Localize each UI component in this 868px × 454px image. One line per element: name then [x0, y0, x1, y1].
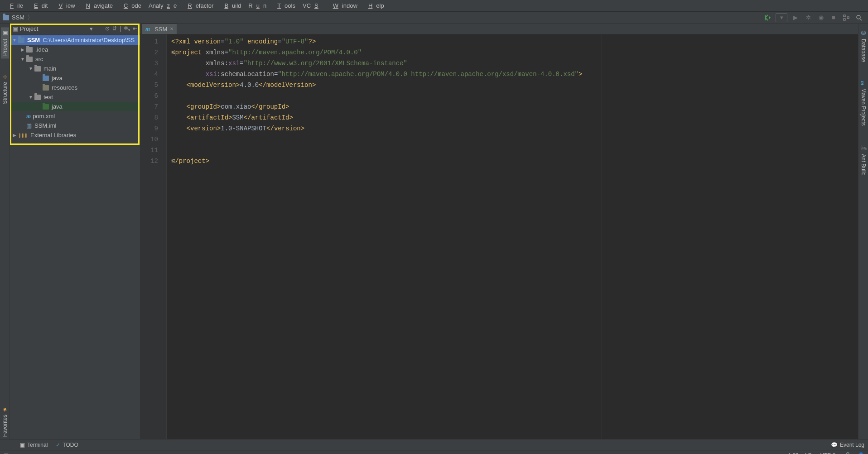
todo-icon: ✓: [56, 442, 60, 448]
separator: |: [120, 25, 121, 32]
run-button[interactable]: ▶: [791, 13, 800, 22]
project-view-icon: ▣: [13, 25, 18, 32]
maven-file-icon: m: [26, 113, 31, 120]
tree-label: test: [43, 94, 53, 100]
folder-icon: [34, 66, 41, 72]
tree-test[interactable]: ▼ test: [10, 92, 140, 102]
tree-root-path: C:\Users\Administrator\Desktop\SS: [43, 37, 135, 43]
menu-build[interactable]: Build: [217, 1, 245, 10]
menu-code[interactable]: Code: [116, 1, 145, 10]
debug-button[interactable]: ✲: [804, 13, 813, 22]
tree-label: pom.xml: [33, 113, 55, 119]
svg-rect-2: [847, 17, 849, 19]
project-tool-window: ▣ Project ▾ ⊙ ⇵ | ✲▾ ⇤ ▼ SSM C:\Users\Ad…: [10, 24, 140, 439]
tool-tab-maven[interactable]: m Maven Projects: [858, 78, 868, 128]
folder-icon: [26, 47, 33, 53]
editor-tab-ssm[interactable]: m SSM ×: [141, 24, 177, 34]
project-structure-button[interactable]: [842, 13, 851, 22]
tree-label: .idea: [35, 46, 48, 53]
menu-tools[interactable]: Tools: [270, 1, 299, 10]
editor-tabs: m SSM ×: [140, 24, 868, 34]
project-view-dropdown-icon[interactable]: ▾: [90, 25, 93, 32]
menu-view[interactable]: View: [51, 1, 78, 10]
menu-refactor[interactable]: Refactor: [180, 1, 217, 10]
coverage-button[interactable]: ◉: [816, 13, 825, 22]
close-tab-icon[interactable]: ×: [170, 26, 173, 32]
menu-help[interactable]: Help: [361, 1, 388, 10]
tree-pom[interactable]: m pom.xml: [10, 111, 140, 121]
tree-iml[interactable]: ▥ SSM.iml: [10, 121, 140, 130]
svg-rect-1: [844, 19, 845, 20]
settings-gear-icon[interactable]: ✲▾: [124, 25, 130, 32]
tree-resources[interactable]: resources: [10, 83, 140, 92]
terminal-icon: ▣: [20, 442, 25, 448]
menu-file[interactable]: File: [3, 1, 27, 10]
scroll-to-source-icon[interactable]: ⊙: [105, 25, 110, 32]
project-panel-header: ▣ Project ▾ ⊙ ⇵ | ✲▾ ⇤: [10, 24, 140, 34]
tree-main-java[interactable]: java: [10, 73, 140, 83]
event-log-button[interactable]: 💬Event Log: [831, 442, 864, 448]
svg-line-4: [860, 19, 862, 20]
tree-root[interactable]: ▼ SSM C:\Users\Administrator\Desktop\SS: [10, 35, 140, 45]
status-cursor-position[interactable]: 1:39: [788, 452, 799, 454]
right-tool-strip: ⛁ Database m Maven Projects 🐜 Ant Build: [858, 24, 868, 439]
tool-tab-terminal[interactable]: ▣Terminal: [20, 442, 48, 448]
bottom-tool-bar: ▣Terminal ✓TODO 💬Event Log: [0, 439, 868, 450]
tree-main[interactable]: ▼ main: [10, 64, 140, 73]
status-bar: ▣ 1:39 LF÷ UTF-8÷ 🔓 👤: [0, 450, 868, 454]
line-gutter: 123456789101112: [140, 34, 167, 439]
status-lock-icon[interactable]: 🔓: [844, 452, 851, 454]
breadcrumb-chevron-icon: 〉: [27, 14, 33, 22]
folder-icon: [34, 95, 41, 100]
tree-label: java: [52, 75, 63, 81]
status-tool-windows-icon[interactable]: ▣: [4, 452, 9, 454]
status-hector-icon[interactable]: 👤: [858, 452, 864, 454]
menu-vcs[interactable]: VCS: [299, 1, 326, 10]
tool-tab-structure[interactable]: Structure ⊹: [1, 72, 9, 107]
svg-rect-0: [844, 15, 845, 17]
navigation-bar: SSM 〉 ▾ ▶ ✲ ◉ ■: [0, 12, 868, 24]
tool-tab-todo[interactable]: ✓TODO: [56, 442, 78, 448]
run-config-dropdown[interactable]: ▾: [776, 13, 787, 22]
tree-label: SSM.iml: [34, 122, 56, 129]
right-margin-guide: [602, 34, 602, 439]
tree-label: java: [52, 103, 63, 110]
maven-file-icon: m: [145, 25, 150, 33]
library-icon: ⫿⫿⫿: [18, 132, 28, 139]
svg-point-3: [857, 15, 860, 19]
tree-label: src: [35, 56, 43, 62]
tree-test-java[interactable]: java: [10, 102, 140, 111]
project-tree[interactable]: ▼ SSM C:\Users\Administrator\Desktop\SS …: [10, 34, 140, 439]
menu-run[interactable]: Run: [245, 1, 270, 10]
code-content[interactable]: <?xml version="1.0" encoding="UTF-8"?> ⊟…: [167, 34, 868, 439]
code-editor[interactable]: 123456789101112 <?xml version="1.0" enco…: [140, 34, 868, 439]
folder-icon: [26, 57, 33, 62]
tool-tab-database[interactable]: ⛁ Database: [859, 27, 868, 65]
menu-edit[interactable]: Edit: [27, 1, 51, 10]
menu-navigate[interactable]: Navigate: [79, 1, 116, 10]
tool-tab-ant[interactable]: 🐜 Ant Build: [859, 142, 868, 178]
tree-label: main: [43, 65, 56, 72]
search-everywhere-button[interactable]: [854, 13, 863, 22]
tree-idea[interactable]: ▶ .idea: [10, 45, 140, 54]
main-area: Project ▣ Structure ⊹ ▣ Project ▾ ⊙ ⇵ | …: [0, 24, 868, 439]
left-tool-strip: Project ▣ Structure ⊹: [0, 24, 10, 439]
tool-tab-project[interactable]: Project ▣: [1, 27, 9, 58]
tree-external-libs[interactable]: ▶ ⫿⫿⫿ External Libraries: [10, 130, 140, 140]
project-panel-title[interactable]: Project: [20, 25, 38, 32]
build-button[interactable]: [763, 13, 772, 22]
tree-label: External Libraries: [30, 132, 76, 139]
test-folder-icon: [43, 104, 49, 110]
hide-panel-icon[interactable]: ⇤: [133, 25, 137, 32]
status-encoding[interactable]: UTF-8÷: [820, 452, 839, 454]
breadcrumb-project[interactable]: SSM: [12, 14, 24, 21]
menu-window[interactable]: Window: [326, 1, 361, 10]
tree-src[interactable]: ▼ src: [10, 54, 140, 64]
stop-button[interactable]: ■: [829, 13, 838, 22]
menu-analyze[interactable]: Analyze: [145, 1, 180, 10]
tool-tab-favorites[interactable]: Favorites ★: [1, 404, 9, 440]
folder-icon: [18, 38, 24, 43]
project-icon: [3, 15, 9, 20]
status-line-ending[interactable]: LF÷: [805, 452, 814, 454]
collapse-all-icon[interactable]: ⇵: [112, 25, 117, 32]
